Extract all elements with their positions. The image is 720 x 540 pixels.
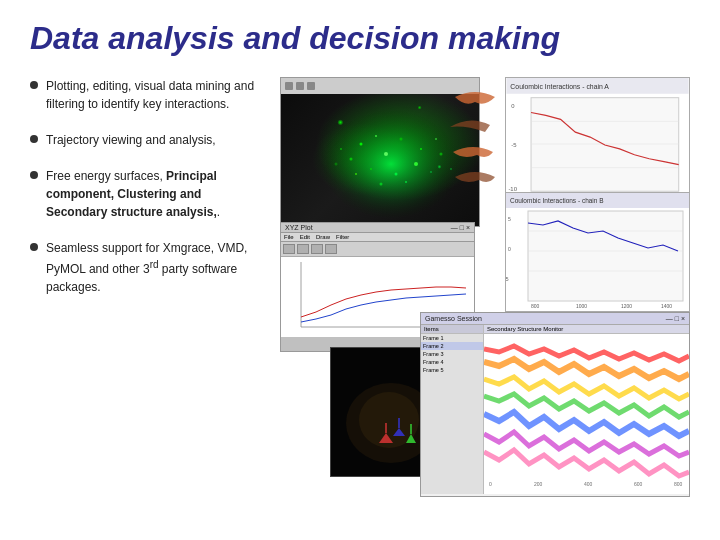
- list-item: Free energy surfaces, Principal componen…: [30, 167, 260, 221]
- ss-list-item: Frame 3: [421, 350, 483, 358]
- menu-file: File: [284, 234, 294, 240]
- svg-text:400: 400: [584, 481, 593, 487]
- svg-text:Coulombic Interactions - chain: Coulombic Interactions - chain B: [510, 197, 604, 204]
- svg-point-16: [335, 163, 338, 166]
- bullet-text-3: Free energy surfaces, Principal componen…: [46, 167, 260, 221]
- right-panel: Coulombic Interactions - chain A 0 -5 -1…: [280, 77, 690, 517]
- svg-text:-5: -5: [506, 276, 509, 282]
- ss-waves-svg: 0 200 400 600 800: [484, 334, 689, 489]
- menu-edit: Edit: [300, 234, 310, 240]
- ss-list-item: Frame 1: [421, 334, 483, 342]
- svg-text:0: 0: [489, 481, 492, 487]
- svg-point-6: [395, 173, 398, 176]
- tool-btn: [311, 244, 323, 254]
- vmd-title-text: XYZ Plot: [285, 224, 313, 231]
- svg-text:-5: -5: [511, 142, 517, 148]
- ss-panels: Items Frame 1 Frame 2 Frame 3 Frame 4 Fr…: [421, 325, 689, 494]
- svg-point-7: [370, 168, 372, 170]
- page-title: Data analysis and decision making: [30, 20, 690, 57]
- ss-list-item: Frame 5: [421, 366, 483, 374]
- svg-point-2: [375, 135, 377, 137]
- content-area: Plotting, editing, visual data mining an…: [30, 77, 690, 517]
- screenshot-line-graph: Coulombic Interactions - chain A 0 -5 -1…: [505, 77, 690, 207]
- ss-main-graph: Secondary Structure Monitor: [484, 325, 689, 494]
- vmd-menubar: File Edit Draw Filter: [281, 233, 474, 242]
- svg-point-12: [430, 171, 432, 173]
- svg-point-14: [435, 138, 437, 140]
- ss-sidebar-header: Items: [421, 325, 483, 334]
- screenshot-concentration: Coulombic Interactions - chain B 5 0 -5 …: [505, 192, 690, 312]
- svg-point-8: [350, 158, 353, 161]
- svg-text:1200: 1200: [621, 303, 632, 309]
- list-item: Plotting, editing, visual data mining an…: [30, 77, 260, 113]
- svg-point-13: [440, 153, 443, 156]
- svg-point-5: [414, 162, 418, 166]
- svg-point-15: [340, 148, 342, 150]
- concentration-svg: Coulombic Interactions - chain B 5 0 -5 …: [506, 193, 690, 312]
- svg-text:5: 5: [508, 216, 511, 222]
- screenshot-secondary-structure: Gamesso Session — □ × Items Frame 1 Fram…: [420, 312, 690, 497]
- svg-text:0: 0: [508, 246, 511, 252]
- svg-point-4: [420, 148, 422, 150]
- svg-text:800: 800: [674, 481, 683, 487]
- svg-text:800: 800: [531, 303, 540, 309]
- svg-point-1: [360, 143, 363, 146]
- menu-draw: Draw: [316, 234, 330, 240]
- tool-btn: [325, 244, 337, 254]
- tool-btn: [297, 244, 309, 254]
- ss-titlebar: Gamesso Session — □ ×: [421, 313, 689, 325]
- ss-list-item: Frame 4: [421, 358, 483, 366]
- bullet-icon: [30, 243, 38, 251]
- left-panel: Plotting, editing, visual data mining an…: [30, 77, 260, 517]
- svg-rect-39: [528, 211, 683, 301]
- list-item: Seamless support for Xmgrace, VMD, PyMOL…: [30, 239, 260, 296]
- svg-point-0: [321, 109, 461, 219]
- svg-point-3: [400, 138, 403, 141]
- page: Data analysis and decision making Plotti…: [0, 0, 720, 540]
- toolbar-button: [296, 82, 304, 90]
- menu-filter: Filter: [336, 234, 349, 240]
- molecule-arrow-svg: [445, 77, 505, 207]
- list-item: Trajectory viewing and analysis,: [30, 131, 260, 149]
- svg-text:600: 600: [634, 481, 643, 487]
- svg-point-9: [355, 173, 357, 175]
- molecule-decoration: [445, 77, 505, 207]
- svg-point-11: [405, 181, 407, 183]
- bullet-text-2: Trajectory viewing and analysis,: [46, 131, 216, 149]
- vmd-toolbar: [281, 242, 474, 257]
- svg-point-10: [380, 183, 383, 186]
- ss-controls: — □ ×: [666, 315, 685, 322]
- ss-sidebar: Items Frame 1 Frame 2 Frame 3 Frame 4 Fr…: [421, 325, 484, 494]
- secondary-structure-content: Gamesso Session — □ × Items Frame 1 Fram…: [421, 313, 689, 496]
- bullet-text-1: Plotting, editing, visual data mining an…: [46, 77, 260, 113]
- bullet-icon: [30, 171, 38, 179]
- svg-text:200: 200: [534, 481, 543, 487]
- svg-text:1000: 1000: [576, 303, 587, 309]
- line-graph-svg: Coulombic Interactions - chain A 0 -5 -1…: [506, 78, 689, 206]
- bullet-icon: [30, 135, 38, 143]
- ss-list-item: Frame 2: [421, 342, 483, 350]
- toolbar-button: [307, 82, 315, 90]
- tool-btn: [283, 244, 295, 254]
- ss-graph-title: Secondary Structure Monitor: [484, 325, 689, 334]
- vmd-controls: — □ ×: [451, 224, 470, 231]
- svg-text:1400: 1400: [661, 303, 672, 309]
- bullet-text-4: Seamless support for Xmgrace, VMD, PyMOL…: [46, 239, 260, 296]
- vmd-titlebar: XYZ Plot — □ ×: [281, 223, 474, 233]
- toolbar-button: [285, 82, 293, 90]
- ss-title: Gamesso Session: [425, 315, 482, 322]
- bullet-icon: [30, 81, 38, 89]
- svg-text:Coulombic Interactions - chain: Coulombic Interactions - chain A: [510, 83, 609, 90]
- svg-point-18: [384, 152, 388, 156]
